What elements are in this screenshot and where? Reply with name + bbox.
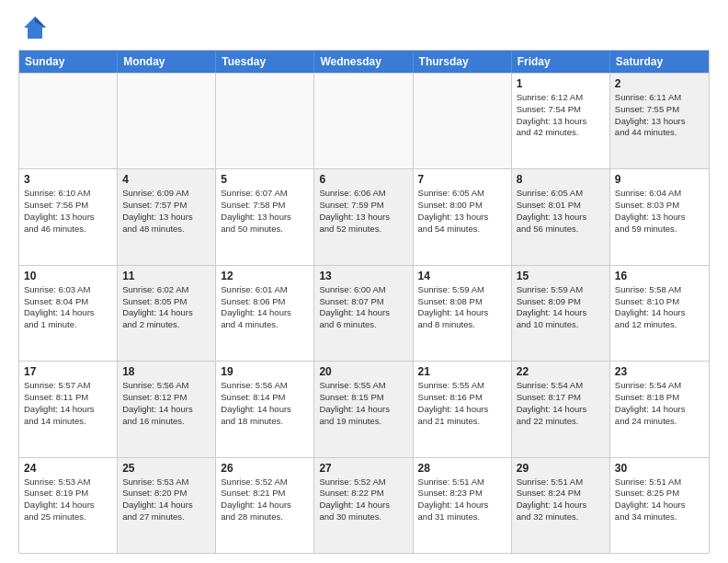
day-number: 15 (517, 270, 605, 282)
day-info: Sunrise: 5:53 AM Sunset: 8:19 PM Dayligh… (24, 477, 112, 523)
day-number: 26 (221, 462, 309, 475)
day-info: Sunrise: 5:59 AM Sunset: 8:09 PM Dayligh… (517, 284, 605, 331)
day-number: 23 (615, 365, 704, 378)
day-number: 1 (517, 77, 605, 90)
day-info: Sunrise: 6:07 AM Sunset: 7:58 PM Dayligh… (221, 188, 309, 235)
calendar-row-2: 10Sunrise: 6:03 AM Sunset: 8:04 PM Dayli… (19, 265, 709, 361)
day-cell-2: 2Sunrise: 6:11 AM Sunset: 7:55 PM Daylig… (610, 74, 709, 168)
day-cell-20: 20Sunrise: 5:55 AM Sunset: 8:15 PM Dayli… (314, 362, 413, 456)
day-cell-8: 8Sunrise: 6:05 AM Sunset: 8:01 PM Daylig… (512, 169, 610, 264)
empty-cell (414, 74, 512, 168)
day-info: Sunrise: 5:55 AM Sunset: 8:16 PM Dayligh… (418, 380, 506, 427)
day-info: Sunrise: 5:55 AM Sunset: 8:15 PM Dayligh… (319, 380, 407, 427)
day-number: 18 (122, 365, 210, 378)
empty-cell (118, 74, 216, 168)
day-number: 20 (319, 365, 407, 378)
day-info: Sunrise: 5:56 AM Sunset: 8:14 PM Dayligh… (221, 380, 309, 427)
header-cell-friday: Friday (512, 51, 610, 73)
day-cell-27: 27Sunrise: 5:52 AM Sunset: 8:22 PM Dayli… (314, 458, 413, 553)
empty-cell (314, 74, 413, 168)
day-number: 12 (221, 270, 309, 282)
header-cell-monday: Monday (118, 51, 216, 73)
day-number: 7 (418, 173, 506, 186)
calendar-row-1: 3Sunrise: 6:10 AM Sunset: 7:56 PM Daylig… (19, 168, 709, 264)
day-cell-13: 13Sunrise: 6:00 AM Sunset: 8:07 PM Dayli… (314, 266, 413, 361)
day-info: Sunrise: 6:05 AM Sunset: 8:01 PM Dayligh… (517, 188, 605, 235)
day-info: Sunrise: 6:02 AM Sunset: 8:05 PM Dayligh… (122, 284, 210, 331)
day-number: 5 (221, 173, 309, 186)
day-info: Sunrise: 6:06 AM Sunset: 7:59 PM Dayligh… (319, 188, 407, 235)
day-cell-23: 23Sunrise: 5:54 AM Sunset: 8:18 PM Dayli… (610, 362, 709, 456)
day-info: Sunrise: 6:00 AM Sunset: 8:07 PM Dayligh… (319, 284, 407, 331)
day-cell-30: 30Sunrise: 5:51 AM Sunset: 8:25 PM Dayli… (610, 458, 709, 553)
day-cell-7: 7Sunrise: 6:05 AM Sunset: 8:00 PM Daylig… (414, 169, 512, 264)
day-cell-26: 26Sunrise: 5:52 AM Sunset: 8:21 PM Dayli… (216, 458, 314, 553)
day-info: Sunrise: 5:56 AM Sunset: 8:12 PM Dayligh… (122, 380, 210, 427)
day-number: 14 (418, 270, 506, 282)
day-number: 24 (24, 462, 112, 475)
day-info: Sunrise: 6:04 AM Sunset: 8:03 PM Dayligh… (615, 188, 704, 235)
day-number: 27 (319, 462, 407, 475)
day-cell-3: 3Sunrise: 6:10 AM Sunset: 7:56 PM Daylig… (19, 169, 118, 264)
day-cell-9: 9Sunrise: 6:04 AM Sunset: 8:03 PM Daylig… (610, 169, 709, 264)
day-info: Sunrise: 6:09 AM Sunset: 7:57 PM Dayligh… (122, 188, 210, 235)
header-cell-thursday: Thursday (414, 51, 512, 73)
day-info: Sunrise: 6:05 AM Sunset: 8:00 PM Dayligh… (418, 188, 506, 235)
day-cell-16: 16Sunrise: 5:58 AM Sunset: 8:10 PM Dayli… (610, 266, 709, 361)
calendar-row-4: 24Sunrise: 5:53 AM Sunset: 8:19 PM Dayli… (19, 457, 709, 553)
logo (18, 15, 48, 40)
day-cell-25: 25Sunrise: 5:53 AM Sunset: 8:20 PM Dayli… (118, 458, 216, 553)
day-number: 4 (122, 173, 210, 186)
calendar-body: 1Sunrise: 6:12 AM Sunset: 7:54 PM Daylig… (19, 73, 709, 553)
day-info: Sunrise: 6:12 AM Sunset: 7:54 PM Dayligh… (517, 92, 605, 139)
day-info: Sunrise: 5:52 AM Sunset: 8:21 PM Dayligh… (221, 477, 309, 523)
day-cell-29: 29Sunrise: 5:51 AM Sunset: 8:24 PM Dayli… (512, 458, 610, 553)
day-number: 22 (517, 365, 605, 378)
day-cell-6: 6Sunrise: 6:06 AM Sunset: 7:59 PM Daylig… (314, 169, 413, 264)
day-cell-15: 15Sunrise: 5:59 AM Sunset: 8:09 PM Dayli… (512, 266, 610, 361)
calendar-row-0: 1Sunrise: 6:12 AM Sunset: 7:54 PM Daylig… (19, 73, 709, 168)
day-number: 29 (517, 462, 605, 475)
header-cell-wednesday: Wednesday (314, 51, 413, 73)
day-number: 2 (615, 77, 704, 90)
calendar: SundayMondayTuesdayWednesdayThursdayFrid… (18, 50, 710, 554)
day-cell-4: 4Sunrise: 6:09 AM Sunset: 7:57 PM Daylig… (118, 169, 216, 264)
day-info: Sunrise: 6:01 AM Sunset: 8:06 PM Dayligh… (221, 284, 309, 331)
day-info: Sunrise: 5:51 AM Sunset: 8:25 PM Dayligh… (615, 477, 704, 523)
day-info: Sunrise: 5:53 AM Sunset: 8:20 PM Dayligh… (122, 477, 210, 523)
day-cell-24: 24Sunrise: 5:53 AM Sunset: 8:19 PM Dayli… (19, 458, 118, 553)
day-cell-28: 28Sunrise: 5:51 AM Sunset: 8:23 PM Dayli… (414, 458, 512, 553)
day-info: Sunrise: 5:52 AM Sunset: 8:22 PM Dayligh… (319, 477, 407, 523)
page: SundayMondayTuesdayWednesdayThursdayFrid… (0, 0, 728, 563)
empty-cell (19, 74, 118, 168)
day-number: 10 (24, 270, 112, 282)
header-cell-sunday: Sunday (19, 51, 118, 73)
day-number: 9 (615, 173, 704, 186)
day-cell-11: 11Sunrise: 6:02 AM Sunset: 8:05 PM Dayli… (118, 266, 216, 361)
day-cell-1: 1Sunrise: 6:12 AM Sunset: 7:54 PM Daylig… (512, 74, 610, 168)
day-info: Sunrise: 5:51 AM Sunset: 8:23 PM Dayligh… (418, 477, 506, 523)
calendar-row-3: 17Sunrise: 5:57 AM Sunset: 8:11 PM Dayli… (19, 361, 709, 456)
day-cell-17: 17Sunrise: 5:57 AM Sunset: 8:11 PM Dayli… (19, 362, 118, 456)
day-info: Sunrise: 5:59 AM Sunset: 8:08 PM Dayligh… (418, 284, 506, 331)
header-cell-tuesday: Tuesday (216, 51, 314, 73)
day-info: Sunrise: 5:51 AM Sunset: 8:24 PM Dayligh… (517, 477, 605, 523)
day-cell-21: 21Sunrise: 5:55 AM Sunset: 8:16 PM Dayli… (414, 362, 512, 456)
day-number: 16 (615, 270, 704, 282)
day-number: 25 (122, 462, 210, 475)
day-number: 28 (418, 462, 506, 475)
day-info: Sunrise: 6:10 AM Sunset: 7:56 PM Dayligh… (24, 188, 112, 235)
day-cell-5: 5Sunrise: 6:07 AM Sunset: 7:58 PM Daylig… (216, 169, 314, 264)
header-cell-saturday: Saturday (610, 51, 709, 73)
day-cell-18: 18Sunrise: 5:56 AM Sunset: 8:12 PM Dayli… (118, 362, 216, 456)
day-number: 13 (319, 270, 407, 282)
day-number: 21 (418, 365, 506, 378)
day-number: 6 (319, 173, 407, 186)
day-cell-12: 12Sunrise: 6:01 AM Sunset: 8:06 PM Dayli… (216, 266, 314, 361)
day-number: 17 (24, 365, 112, 378)
day-info: Sunrise: 6:11 AM Sunset: 7:55 PM Dayligh… (615, 92, 704, 139)
empty-cell (216, 74, 314, 168)
day-info: Sunrise: 5:57 AM Sunset: 8:11 PM Dayligh… (24, 380, 112, 427)
day-number: 8 (517, 173, 605, 186)
day-cell-14: 14Sunrise: 5:59 AM Sunset: 8:08 PM Dayli… (414, 266, 512, 361)
